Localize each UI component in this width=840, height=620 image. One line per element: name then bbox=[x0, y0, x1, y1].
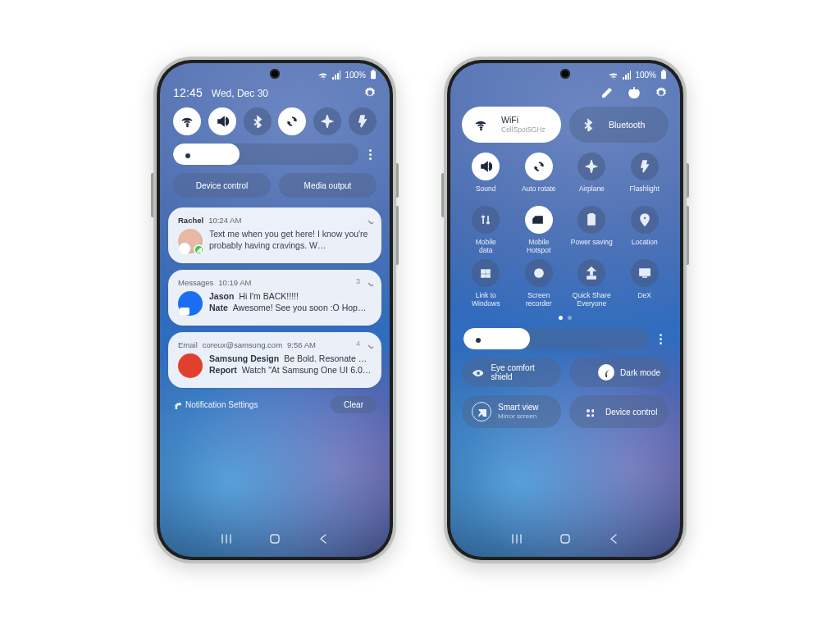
wifi-status-icon bbox=[607, 70, 617, 80]
phone-quick-settings: 100% WiFi CellSpot5GHz bbox=[444, 57, 687, 563]
clear-button[interactable]: Clear bbox=[331, 396, 377, 413]
svg-rect-12 bbox=[271, 535, 279, 543]
notification-card[interactable]: Email coreux@samsung.com 9:56 AM 4 Samsu… bbox=[168, 332, 381, 388]
tile-label: Power saving bbox=[571, 238, 613, 254]
notif-time: 9:56 AM bbox=[287, 340, 316, 349]
brightness-more-icon[interactable] bbox=[654, 334, 667, 344]
tile-sound[interactable] bbox=[472, 153, 500, 180]
chip-sublabel: Mirror screen bbox=[498, 412, 538, 421]
device-control-chip[interactable]: Device control bbox=[173, 173, 271, 198]
tile-airplane[interactable] bbox=[578, 153, 605, 180]
tile-mobile-data[interactable] bbox=[472, 206, 500, 234]
edit-icon[interactable] bbox=[600, 86, 613, 98]
svg-rect-14 bbox=[663, 70, 665, 71]
notif-sender: Jason bbox=[209, 291, 234, 301]
battery-percent: 100% bbox=[345, 71, 366, 80]
notif-sender: Report bbox=[209, 365, 237, 375]
signal-status-icon bbox=[331, 70, 340, 80]
tile-wifi[interactable]: WiFi CellSpot5GHz bbox=[462, 107, 561, 143]
toggle-flashlight[interactable] bbox=[349, 107, 377, 135]
toggle-autorotate[interactable] bbox=[278, 107, 306, 135]
brightness-slider[interactable] bbox=[463, 328, 649, 349]
grid-icon bbox=[584, 407, 594, 417]
moon-icon bbox=[602, 368, 611, 377]
toggle-sound[interactable] bbox=[208, 107, 236, 135]
tile-label: Flashlight bbox=[630, 185, 660, 201]
expand-icon[interactable] bbox=[365, 340, 373, 349]
svg-rect-13 bbox=[661, 71, 666, 80]
tile-label: Link toWindows bbox=[472, 291, 500, 308]
back-button[interactable] bbox=[607, 532, 620, 545]
notification-settings-label: Notification Settings bbox=[185, 400, 258, 409]
qs-header bbox=[450, 81, 680, 107]
tile-label: WiFi bbox=[501, 115, 546, 125]
tile-label: Location bbox=[632, 238, 658, 254]
svg-rect-15 bbox=[561, 535, 569, 543]
home-button[interactable] bbox=[268, 532, 281, 545]
tile-mobile-hotspot[interactable] bbox=[525, 206, 553, 234]
tile-autorotate[interactable] bbox=[525, 153, 553, 180]
tile-location[interactable] bbox=[631, 206, 659, 234]
media-output-chip[interactable]: Media output bbox=[279, 173, 377, 198]
notif-sender: Samsung Design bbox=[209, 353, 279, 363]
brightness-slider[interactable] bbox=[173, 144, 358, 165]
notif-count: 4 bbox=[356, 340, 360, 348]
tile-label: Bluetooth bbox=[609, 120, 645, 130]
brightness-more-icon[interactable] bbox=[363, 149, 377, 160]
notif-from: coreux@samsung.com bbox=[203, 340, 282, 349]
svg-rect-10 bbox=[371, 71, 376, 80]
notif-time: 10:24 AM bbox=[208, 216, 241, 225]
phone-notifications: 100% 12:45 Wed, Dec 30 De bbox=[153, 57, 396, 563]
navigation-bar bbox=[450, 527, 680, 552]
battery-icon bbox=[659, 70, 669, 80]
notification-settings-link[interactable]: Notification Settings bbox=[173, 400, 258, 409]
clock-date: Wed, Dec 30 bbox=[212, 88, 268, 99]
power-icon[interactable] bbox=[628, 86, 640, 98]
dark-mode-switch[interactable] bbox=[598, 364, 614, 381]
tile-power-saving[interactable] bbox=[578, 206, 605, 234]
notif-time: 10:19 AM bbox=[218, 278, 251, 287]
wifi-status-icon bbox=[317, 70, 326, 80]
dark-mode-chip[interactable]: Dark mode bbox=[569, 358, 669, 387]
chip-label: Smart view bbox=[498, 403, 538, 412]
toggle-wifi[interactable] bbox=[173, 107, 201, 135]
recents-button[interactable] bbox=[220, 532, 233, 545]
tile-label: Airplane bbox=[579, 185, 605, 201]
brightness-icon bbox=[181, 149, 191, 159]
chip-label: Eye comfort shield bbox=[491, 363, 553, 381]
signal-status-icon bbox=[621, 70, 631, 80]
recents-button[interactable] bbox=[510, 532, 523, 545]
settings-icon[interactable] bbox=[363, 86, 377, 99]
settings-icon[interactable] bbox=[655, 86, 667, 98]
notif-count: 3 bbox=[356, 277, 360, 285]
notif-body: Text me when you get here! I know you're… bbox=[209, 228, 372, 251]
page-indicator[interactable] bbox=[462, 316, 669, 320]
toggle-bluetooth[interactable] bbox=[244, 107, 272, 135]
navigation-bar bbox=[160, 527, 390, 552]
tile-label: Auto rotate bbox=[522, 185, 556, 201]
expand-icon[interactable] bbox=[365, 216, 373, 224]
home-button[interactable] bbox=[559, 532, 572, 545]
chip-label: Device control bbox=[605, 408, 657, 417]
expand-icon[interactable] bbox=[365, 278, 373, 286]
brightness-icon bbox=[472, 334, 482, 344]
tile-label: Sound bbox=[476, 185, 496, 201]
brightness-row bbox=[450, 328, 680, 358]
notif-title: Rachel bbox=[178, 216, 203, 225]
tile-link-windows[interactable] bbox=[472, 259, 500, 287]
back-button[interactable] bbox=[317, 532, 330, 545]
tile-dex[interactable] bbox=[631, 259, 659, 287]
tile-screen-recorder[interactable] bbox=[525, 259, 553, 287]
clock-time: 12:45 bbox=[173, 86, 203, 99]
panel-header: 12:45 Wed, Dec 30 bbox=[160, 81, 390, 107]
tile-label: Mobiledata bbox=[476, 238, 496, 254]
device-control-chip[interactable]: Device control bbox=[569, 395, 669, 428]
notif-text: Be Bold. Resonate w… bbox=[284, 353, 372, 363]
toggle-airplane[interactable] bbox=[313, 107, 341, 135]
chip-label: Dark mode bbox=[620, 368, 660, 377]
tile-flashlight[interactable] bbox=[631, 153, 659, 180]
smart-view-chip[interactable]: Smart view Mirror screen bbox=[462, 395, 561, 428]
eye-comfort-chip[interactable]: Eye comfort shield bbox=[462, 358, 561, 387]
tile-quick-share[interactable] bbox=[578, 259, 605, 287]
tile-bluetooth[interactable]: Bluetooth bbox=[569, 107, 669, 143]
